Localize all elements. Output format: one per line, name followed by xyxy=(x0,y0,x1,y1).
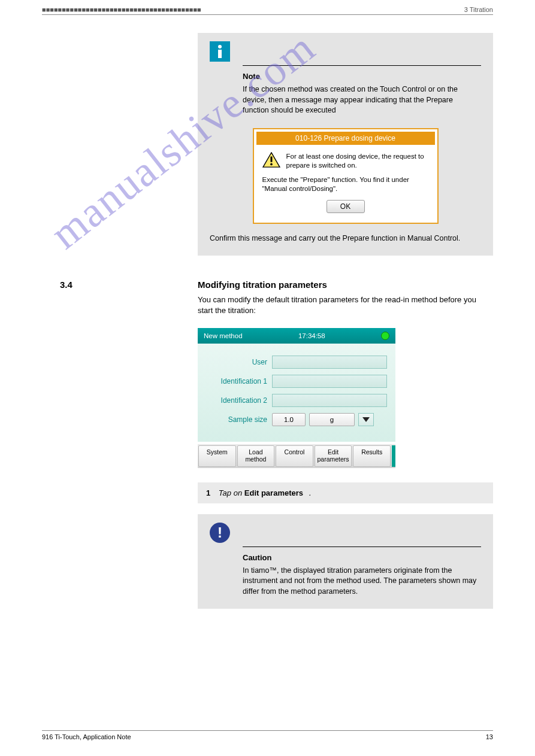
svg-point-2 xyxy=(270,163,273,165)
note-heading: Note xyxy=(243,72,481,81)
section-title: Modifying titration parameters xyxy=(198,280,535,290)
tab-edit-parameters[interactable]: Edit parameters xyxy=(315,445,352,466)
svg-marker-3 xyxy=(362,417,370,422)
id2-label: Identification 2 xyxy=(206,396,272,405)
id2-input[interactable] xyxy=(272,394,387,407)
tab-system[interactable]: System xyxy=(198,445,236,466)
dialog-line2: Execute the "Prepare" function. You find… xyxy=(262,175,429,194)
info-icon xyxy=(210,41,230,62)
tab-end-accent xyxy=(392,445,395,466)
sample-size-unit[interactable]: g xyxy=(309,413,355,426)
dialog-title: 010-126 Prepare dosing device xyxy=(256,132,435,145)
footer-right: 13 xyxy=(486,733,493,740)
header-left: ■■■■■■■■■■■■■■■■■■■■■■■■■■■■■■■■■■■■■■■■ xyxy=(42,6,201,13)
after-dialog-text: Confirm this message and carry out the P… xyxy=(210,233,481,244)
caution-icon: ! xyxy=(210,523,230,543)
user-label: User xyxy=(206,358,272,366)
caution-body: In tiamo™, the displayed titration param… xyxy=(243,566,481,597)
sample-size-label: Sample size xyxy=(206,415,272,424)
device-screen: New method 17:34:58 User Identification … xyxy=(198,328,395,467)
prepare-dialog: 010-126 Prepare dosing device For at lea… xyxy=(253,128,439,224)
device-time: 17:34:58 xyxy=(298,332,325,339)
device-title: New method xyxy=(204,332,243,339)
note-body: If the chosen method was created on the … xyxy=(243,84,481,116)
caution-heading: Caution xyxy=(243,553,481,562)
chevron-down-icon xyxy=(362,417,370,423)
header-rule xyxy=(42,14,493,15)
footer-left: 916 Ti-Touch, Application Note xyxy=(42,733,131,740)
tab-control[interactable]: Control xyxy=(276,445,313,466)
header-right: 3 Titration xyxy=(464,6,493,13)
caution-box: ! Caution In tiamo™, the displayed titra… xyxy=(198,514,493,609)
warning-icon xyxy=(262,152,280,168)
dropdown-toggle[interactable] xyxy=(358,413,374,426)
step-text: Tap on Edit parameters. xyxy=(219,488,312,497)
step-number: 1 xyxy=(206,488,210,497)
tab-load-method[interactable]: Load method xyxy=(237,445,275,466)
caution-rule xyxy=(243,546,481,547)
step-row: 1 Tap on Edit parameters. xyxy=(198,482,493,503)
tab-results[interactable]: Results xyxy=(353,445,391,466)
sample-size-value[interactable]: 1.0 xyxy=(272,413,306,426)
device-tabs: System Load method Control Edit paramete… xyxy=(198,444,395,467)
id1-label: Identification 1 xyxy=(206,377,272,385)
id1-input[interactable] xyxy=(272,375,387,388)
section-intro: You can modify the default titration par… xyxy=(198,294,493,316)
svg-rect-1 xyxy=(270,156,272,162)
dialog-line1: For at least one dosing device, the requ… xyxy=(262,152,429,171)
user-input[interactable] xyxy=(272,356,387,369)
dialog-ok-button[interactable]: OK xyxy=(327,200,365,213)
footer: 916 Ti-Touch, Application Note 13 xyxy=(42,727,493,741)
section-number: 3.4 xyxy=(60,280,72,290)
note-box: Note If the chosen method was created on… xyxy=(198,33,493,256)
note-rule xyxy=(243,65,481,66)
status-dot-icon xyxy=(381,332,389,340)
